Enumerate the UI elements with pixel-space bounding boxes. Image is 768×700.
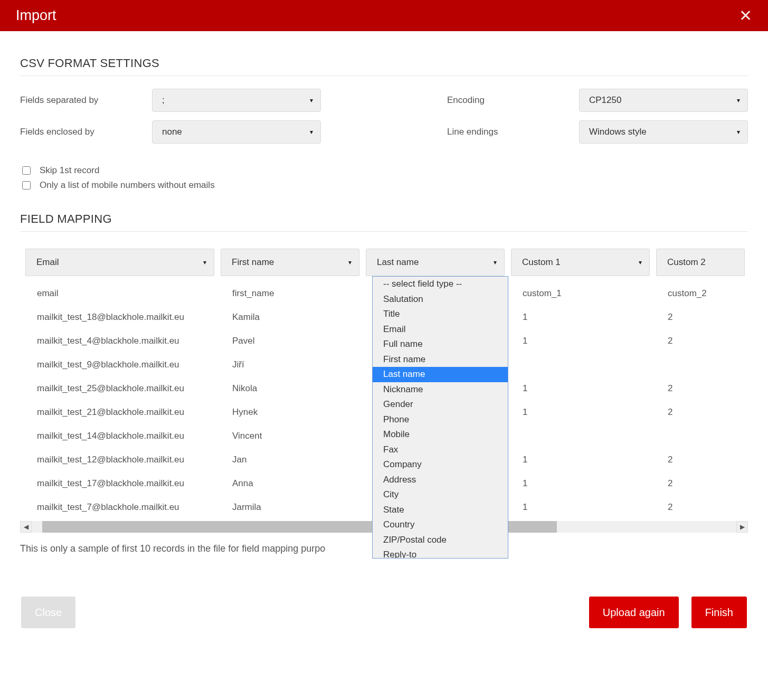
finish-button[interactable]: Finish (691, 597, 747, 628)
column-select-custom-2[interactable]: Custom 2 (656, 249, 745, 276)
table-cell: 1 (511, 407, 656, 418)
checkbox-label: Skip 1st record (40, 165, 99, 176)
table-cell: mailkit_test_7@blackhole.mailkit.eu (25, 502, 221, 513)
table-cell: 1 (511, 312, 656, 323)
dropdown-option[interactable]: State (373, 503, 508, 518)
csv-settings-grid: Fields separated by ; ▾ Encoding CP1250 … (20, 89, 748, 144)
table-cell: mailkit_test_14@blackhole.mailkit.eu (25, 431, 221, 441)
table-cell: Anna (221, 478, 366, 489)
select-encoding[interactable]: CP1250 ▾ (579, 89, 748, 112)
table-cell: mailkit_test_25@blackhole.mailkit.eu (25, 383, 221, 394)
scroll-right-icon[interactable]: ▶ (736, 521, 748, 533)
dropdown-option[interactable]: Address (373, 472, 508, 488)
table-cell: 2 (656, 312, 751, 323)
checkbox-mobiles-only[interactable]: Only a list of mobile numbers without em… (20, 179, 748, 191)
dropdown-option[interactable]: Fax (373, 442, 508, 458)
close-button[interactable]: Close (21, 597, 75, 628)
scroll-left-icon[interactable]: ◀ (20, 521, 32, 533)
table-cell: Hynek (221, 407, 366, 418)
select-value: Windows style (589, 127, 647, 137)
label-fields-enclosed-by: Fields enclosed by (20, 127, 152, 137)
column-select-first-name[interactable]: First name ▾ (221, 249, 359, 276)
dropdown-option[interactable]: ZIP/Postal code (373, 533, 508, 548)
table-cell: mailkit_test_12@blackhole.mailkit.eu (25, 455, 221, 465)
chevron-down-icon: ▾ (203, 259, 206, 266)
dropdown-option[interactable]: Country (373, 517, 508, 533)
dropdown-option[interactable]: First name (373, 352, 508, 367)
select-value: Email (36, 257, 59, 268)
table-cell: mailkit_test_9@blackhole.mailkit.eu (25, 360, 221, 370)
field-type-dropdown[interactable]: -- select field type --SalutationTitleEm… (372, 276, 508, 559)
table-cell: custom_2 (656, 288, 751, 299)
field-mapping-area: Email ▾ First name ▾ Last name ▾ Custom … (20, 244, 748, 533)
column-select-email[interactable]: Email ▾ (25, 249, 214, 276)
table-cell: 1 (511, 383, 656, 394)
checkbox-label: Only a list of mobile numbers without em… (40, 180, 215, 191)
column-select-custom-1[interactable]: Custom 1 ▾ (511, 249, 650, 276)
select-fields-enclosed-by[interactable]: none ▾ (152, 120, 321, 144)
select-value: Custom 2 (667, 257, 706, 268)
table-cell: mailkit_test_21@blackhole.mailkit.eu (25, 407, 221, 418)
mapping-header-row: Email ▾ First name ▾ Last name ▾ Custom … (25, 249, 743, 276)
table-cell: Vincent (221, 431, 366, 441)
table-cell: 1 (511, 502, 656, 513)
checkbox-skip-first[interactable]: Skip 1st record (20, 165, 748, 176)
dropdown-option[interactable]: City (373, 487, 508, 503)
dropdown-option[interactable]: Nickname (373, 382, 508, 398)
select-value: First name (232, 257, 274, 268)
divider (20, 231, 748, 232)
table-cell: mailkit_test_18@blackhole.mailkit.eu (25, 312, 221, 323)
label-fields-separated-by: Fields separated by (20, 95, 152, 106)
section-csv-format: CSV FORMAT SETTINGS (20, 56, 748, 70)
dropdown-option[interactable]: Email (373, 322, 508, 337)
select-value: ; (162, 95, 165, 106)
upload-again-button[interactable]: Upload again (589, 597, 679, 628)
chevron-down-icon: ▾ (639, 259, 642, 266)
dropdown-listbox[interactable]: -- select field type --SalutationTitleEm… (373, 277, 508, 558)
select-value: Custom 1 (522, 257, 561, 268)
checkbox-group: Skip 1st record Only a list of mobile nu… (20, 165, 748, 191)
chevron-down-icon: ▾ (348, 259, 352, 266)
label-encoding: Encoding (447, 95, 579, 106)
table-cell: first_name (221, 288, 366, 299)
dropdown-option[interactable]: Reply-to (373, 547, 508, 558)
table-cell: 2 (656, 383, 751, 394)
table-cell: 1 (511, 478, 656, 489)
label-line-endings: Line endings (447, 127, 579, 137)
column-select-last-name[interactable]: Last name ▾ (366, 249, 505, 276)
select-line-endings[interactable]: Windows style ▾ (579, 120, 748, 144)
table-cell: Jan (221, 455, 366, 465)
checkbox-input[interactable] (22, 166, 31, 175)
dropdown-option[interactable]: Title (373, 307, 508, 322)
dropdown-option[interactable]: Last name (373, 367, 508, 382)
table-cell: Nikola (221, 383, 366, 394)
import-modal: Import ✕ CSV FORMAT SETTINGS Fields sepa… (0, 0, 768, 649)
table-cell: 1 (511, 336, 656, 346)
modal-title: Import (16, 7, 56, 24)
table-cell: Jarmila (221, 502, 366, 513)
table-cell: 1 (511, 455, 656, 465)
table-cell: mailkit_test_4@blackhole.mailkit.eu (25, 336, 221, 346)
select-value: Last name (377, 257, 419, 268)
dropdown-option[interactable]: -- select field type -- (373, 277, 508, 292)
table-cell: custom_1 (511, 288, 656, 299)
table-cell: Kamila (221, 312, 366, 323)
chevron-down-icon: ▾ (310, 97, 313, 104)
close-icon[interactable]: ✕ (739, 8, 752, 24)
chevron-down-icon: ▾ (737, 128, 740, 136)
table-cell: 2 (656, 336, 751, 346)
select-fields-separated-by[interactable]: ; ▾ (152, 89, 321, 112)
dropdown-option[interactable]: Phone (373, 412, 508, 428)
dropdown-option[interactable]: Mobile (373, 427, 508, 442)
checkbox-input[interactable] (22, 181, 31, 190)
chevron-down-icon: ▾ (310, 128, 313, 136)
dropdown-option[interactable]: Gender (373, 397, 508, 412)
dropdown-option[interactable]: Company (373, 457, 508, 472)
dropdown-option[interactable]: Salutation (373, 292, 508, 307)
table-cell: mailkit_test_17@blackhole.mailkit.eu (25, 478, 221, 489)
dropdown-option[interactable]: Full name (373, 337, 508, 352)
chevron-down-icon: ▾ (494, 259, 497, 266)
table-cell: 2 (656, 502, 751, 513)
modal-footer: Close Upload again Finish (0, 554, 768, 649)
table-cell: 2 (656, 478, 751, 489)
